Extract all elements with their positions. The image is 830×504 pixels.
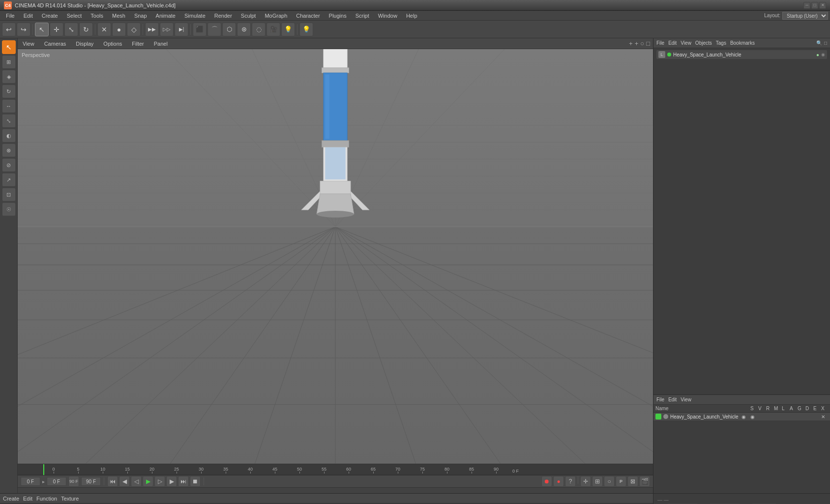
menu-script[interactable]: Script: [352, 12, 373, 20]
tool-grid[interactable]: ⊞: [2, 55, 16, 69]
menu-select[interactable]: Select: [63, 12, 86, 20]
menu-mograph[interactable]: MoGraph: [261, 12, 291, 20]
tool5[interactable]: ▶|: [175, 23, 188, 36]
menu-help[interactable]: Help: [402, 12, 421, 20]
menu-snap[interactable]: Snap: [130, 12, 151, 20]
tool-rotate[interactable]: ↻: [2, 84, 16, 98]
light-tool[interactable]: 💡: [281, 23, 295, 36]
rp-menu-objects[interactable]: Objects: [695, 40, 712, 46]
tool-scale[interactable]: ⤡: [2, 114, 16, 128]
timeline-btn[interactable]: 🎬: [639, 476, 650, 487]
rotate-tool[interactable]: ↻: [79, 23, 93, 36]
stop-button[interactable]: ⏹: [190, 476, 201, 487]
close-button[interactable]: ✕: [819, 2, 826, 9]
rp-menu-file[interactable]: File: [656, 40, 664, 46]
mat-menu-create[interactable]: Create: [3, 496, 19, 502]
tool-move[interactable]: ↔: [2, 99, 16, 113]
render-preview[interactable]: 💡: [299, 23, 313, 36]
rb-menu-edit[interactable]: Edit: [668, 397, 677, 402]
rb-menu-file[interactable]: File: [656, 397, 664, 402]
tool-select[interactable]: ↖: [2, 40, 16, 54]
object-visibility-dot[interactable]: [667, 53, 671, 56]
rp-menu-tags[interactable]: Tags: [716, 40, 726, 46]
circle-btn[interactable]: ○: [604, 476, 615, 487]
go-start-button[interactable]: ⏮: [107, 476, 118, 487]
menu-create[interactable]: Create: [38, 12, 62, 20]
scale-tool[interactable]: ⤡: [64, 23, 78, 36]
select-tool[interactable]: ↖: [35, 23, 49, 36]
rp-menu-bookmarks[interactable]: Bookmarks: [730, 40, 755, 46]
points-mode[interactable]: ●: [112, 23, 126, 36]
menu-character[interactable]: Character: [292, 12, 324, 20]
menu-window[interactable]: Window: [374, 12, 401, 20]
frame-end-btn[interactable]: 90 F: [68, 476, 79, 487]
vp-ctrl-circle[interactable]: ○: [640, 40, 644, 47]
menu-file[interactable]: File: [2, 12, 19, 20]
minimize-button[interactable]: ─: [803, 2, 810, 9]
tool-grab[interactable]: ☉: [2, 202, 16, 216]
viewport-3d[interactable]: Perspective: [18, 49, 653, 464]
menu-sculpt[interactable]: Sculpt: [237, 12, 260, 20]
rp-search-icon[interactable]: 🔍: [816, 40, 822, 46]
end-frame-input[interactable]: [81, 477, 101, 486]
tool-paint[interactable]: ◐: [2, 129, 16, 142]
key-btn[interactable]: ?: [565, 476, 576, 487]
start-frame-input[interactable]: [47, 477, 66, 486]
tool-knife[interactable]: ⊘: [2, 158, 16, 172]
go-end-button[interactable]: ⏭: [178, 476, 189, 487]
menu-render[interactable]: Render: [210, 12, 236, 20]
vp-menu-display[interactable]: Display: [74, 40, 95, 48]
rp-menu-edit[interactable]: Edit: [668, 40, 677, 46]
vp-menu-view[interactable]: View: [21, 40, 36, 48]
rp-menu-view[interactable]: View: [681, 40, 691, 46]
vp-menu-panel[interactable]: Panel: [152, 40, 170, 48]
maximize-button[interactable]: □: [811, 2, 818, 9]
nurbs-tool[interactable]: ⬡: [222, 23, 236, 36]
rb-menu-view[interactable]: View: [681, 397, 691, 402]
tool-smooth[interactable]: ⊡: [2, 188, 16, 201]
p-btn[interactable]: P: [616, 476, 626, 487]
mat-menu-texture[interactable]: Texture: [61, 496, 79, 502]
vp-ctrl-max[interactable]: □: [646, 40, 650, 47]
next-frame-button[interactable]: ▶: [166, 476, 177, 487]
menu-simulate[interactable]: Simulate: [180, 12, 209, 20]
play-forward-button[interactable]: ▷: [154, 476, 165, 487]
effector-tool[interactable]: ◌: [252, 23, 266, 36]
redo-button[interactable]: ↪: [17, 23, 30, 36]
record-btn[interactable]: ⏺: [541, 476, 552, 487]
object-vis-btn[interactable]: ◉: [821, 52, 825, 57]
auto-key-btn[interactable]: ●: [553, 476, 564, 487]
deformer-tool[interactable]: ⊛: [237, 23, 251, 36]
spline-tool[interactable]: ⌒: [208, 23, 221, 36]
move-tool[interactable]: ✛: [50, 23, 63, 36]
edges-mode[interactable]: ◇: [127, 23, 141, 36]
vp-menu-filter[interactable]: Filter: [130, 40, 146, 48]
menu-tools[interactable]: Tools: [87, 12, 107, 20]
tool4[interactable]: ▷▷: [160, 23, 174, 36]
vp-menu-cameras[interactable]: Cameras: [42, 40, 68, 48]
current-frame-input[interactable]: [21, 477, 40, 486]
tool-extrude[interactable]: ↗: [2, 173, 16, 187]
tool-polygon[interactable]: ◈: [2, 70, 16, 84]
camera-tool[interactable]: 🎥: [267, 23, 280, 36]
menu-edit[interactable]: Edit: [20, 12, 37, 20]
mat-menu-function[interactable]: Function: [36, 496, 57, 502]
layout-dropdown[interactable]: Startup (User): [782, 12, 828, 20]
rp-expand-icon[interactable]: □: [824, 40, 827, 46]
grid-btn[interactable]: ⊠: [627, 476, 638, 487]
vp-ctrl-plus1[interactable]: +: [629, 40, 633, 47]
play-reverse-button[interactable]: ◁: [131, 476, 142, 487]
mat-menu-edit[interactable]: Edit: [23, 496, 32, 502]
menu-plugins[interactable]: Plugins: [325, 12, 351, 20]
vp-ctrl-plus2[interactable]: +: [635, 40, 639, 47]
tool-magnet[interactable]: ⊗: [2, 143, 16, 157]
scale-keys-btn[interactable]: ⊞: [592, 476, 603, 487]
menu-animate[interactable]: Animate: [152, 12, 179, 20]
object-mode[interactable]: ✕: [97, 23, 111, 36]
menu-mesh[interactable]: Mesh: [108, 12, 129, 20]
vp-menu-options[interactable]: Options: [101, 40, 124, 48]
undo-button[interactable]: ↩: [2, 23, 16, 36]
tool3[interactable]: ▶▶: [145, 23, 159, 36]
cube-tool[interactable]: ⬛: [193, 23, 207, 36]
timeline-indicator[interactable]: [43, 464, 44, 475]
